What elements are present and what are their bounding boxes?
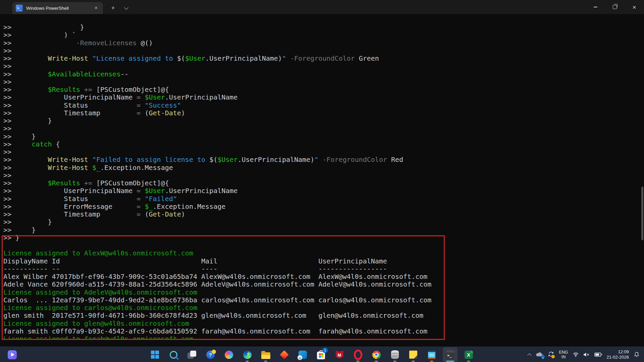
tray-sync-pending[interactable]: [545, 347, 556, 362]
excel-icon: [465, 351, 473, 359]
tray-clock[interactable]: 12:09 21-02-2026: [604, 347, 632, 362]
taskbar-opera[interactable]: [351, 347, 365, 362]
close-icon: ×: [632, 4, 636, 10]
taskbar-search[interactable]: [166, 347, 181, 362]
taskbar-start[interactable]: [148, 347, 162, 362]
taskbar-file-explorer[interactable]: [258, 347, 273, 362]
taskbar: 1: [0, 347, 644, 362]
new-tab-button[interactable]: +: [108, 3, 118, 13]
scrollbar-thumb[interactable]: [641, 187, 643, 240]
window-controls: ×: [586, 0, 644, 14]
tray-volume-muted[interactable]: [581, 347, 592, 362]
notification-dot: [212, 350, 216, 354]
taskbar-media-player[interactable]: [5, 347, 19, 362]
tray-notifications[interactable]: z: [631, 347, 642, 362]
pending-dot-icon: [551, 355, 555, 358]
tray-onedrive[interactable]: [533, 347, 545, 362]
windows-start-icon: [151, 351, 159, 359]
diamond-app-icon: [280, 350, 289, 359]
taskbar-database-tool[interactable]: [387, 347, 402, 362]
restore-button[interactable]: [605, 0, 625, 14]
svg-text:z: z: [638, 352, 639, 354]
taskbar-windows-terminal[interactable]: [443, 347, 458, 362]
mcafee-icon: [336, 351, 343, 359]
sticky-notes-icon: [409, 351, 417, 359]
speaker-mute-icon: [583, 352, 590, 357]
task-view-icon: [187, 350, 196, 359]
minimize-button[interactable]: [586, 0, 605, 14]
tray-show-hidden-icons[interactable]: [526, 347, 533, 362]
battery-icon: [594, 353, 602, 357]
edge-icon: [243, 351, 252, 359]
chrome-icon: [372, 351, 381, 359]
file-explorer-icon: [261, 352, 270, 359]
wifi-icon: [573, 352, 579, 357]
taskbar-outlook[interactable]: [295, 347, 310, 362]
taskbar-chrome[interactable]: [369, 347, 384, 362]
powershell-icon: [16, 5, 23, 12]
tab-dropdown-button[interactable]: [121, 3, 131, 13]
taskbar-task-view[interactable]: [184, 347, 199, 362]
tab-title: Windows PowerShell: [26, 6, 93, 11]
bell-dnd-icon: z: [634, 352, 640, 358]
title-bar: Windows PowerShell × + ×: [0, 0, 644, 14]
powershell-window: Windows PowerShell × + × >> }>> ) `>> -R…: [0, 0, 644, 362]
tray-language[interactable]: ENG IN: [556, 347, 570, 362]
database-icon: [391, 350, 399, 359]
taskbar-sticky-notes[interactable]: [406, 347, 421, 362]
chevron-down-icon: [124, 5, 128, 10]
chevron-up-icon: [528, 353, 532, 358]
media-player-icon: [8, 350, 17, 359]
language-region: IN: [561, 355, 566, 359]
outlook-icon: [299, 351, 307, 359]
help-icon: [206, 351, 215, 359]
taskbar-copilot[interactable]: [221, 347, 236, 362]
taskbar-edge[interactable]: [240, 347, 255, 362]
minimize-icon: [594, 7, 597, 7]
taskbar-mcafee[interactable]: [332, 347, 347, 362]
taskbar-excel[interactable]: [461, 347, 476, 362]
tray-wifi[interactable]: [571, 347, 581, 362]
date: 21-02-2026: [607, 355, 629, 360]
sync-arrows-icon: [548, 351, 554, 358]
terminal-icon: [446, 350, 455, 359]
taskbar-notepad[interactable]: [424, 347, 439, 362]
opera-icon: [354, 350, 362, 360]
tab-close-icon[interactable]: ×: [93, 5, 100, 11]
terminal-output[interactable]: >> }>> ) `>> -RemoveLicenses @()>>>> Wri…: [0, 21, 644, 340]
time: 12:09: [618, 349, 629, 354]
onedrive-cloud-icon: [536, 352, 543, 358]
taskbar-quick-assist[interactable]: [203, 347, 218, 362]
restore-icon: [613, 5, 617, 9]
taskbar-diamond-app[interactable]: [277, 347, 291, 362]
notepad-icon: [428, 350, 435, 359]
copilot-icon: [225, 351, 233, 359]
taskbar-microsoft-store[interactable]: 1: [314, 347, 328, 362]
tab-windows-powershell[interactable]: Windows PowerShell ×: [12, 2, 103, 14]
search-icon: [170, 351, 177, 359]
store-badge: 1: [322, 348, 328, 353]
info-dot-icon: [541, 355, 545, 359]
close-button[interactable]: ×: [625, 0, 644, 14]
tray-battery[interactable]: [592, 347, 604, 362]
language-code: ENG: [559, 350, 568, 355]
